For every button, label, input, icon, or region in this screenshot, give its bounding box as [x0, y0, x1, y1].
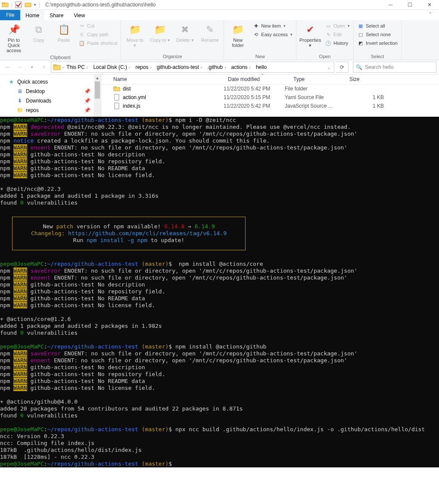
- group-open: ✔Properties ▾ ▭Open▾ ✎Edit 🕑History Open: [296, 20, 354, 60]
- rename-button[interactable]: ✎Rename: [199, 22, 221, 44]
- crumb[interactable]: .github›: [205, 64, 229, 70]
- search-box[interactable]: 🔍 Search hello: [353, 62, 436, 73]
- file-row[interactable]: action.yml11/22/2020 5:15 PMYaml Source …: [101, 93, 439, 102]
- content-area: ★Quick access 🖥Desktop📌 ⬇Downloads📌 📁rep…: [0, 75, 439, 117]
- folder-small-icon[interactable]: [25, 1, 31, 8]
- file-row[interactable]: index.js11/22/2020 5:42 PMJavaScript Sou…: [101, 102, 439, 110]
- file-menu[interactable]: File: [0, 10, 20, 20]
- downloads-icon: ⬇: [16, 97, 23, 104]
- quick-access[interactable]: ★Quick access: [6, 77, 101, 87]
- paste-shortcut-icon: 📋: [78, 40, 85, 47]
- up-button[interactable]: ↑: [39, 62, 49, 72]
- paste-shortcut-button[interactable]: 📋Paste shortcut: [78, 39, 118, 47]
- crumb[interactable]: github-actions-test›: [155, 64, 205, 70]
- quick-access-toolbar: | ▾ |: [0, 1, 42, 8]
- folder-app-icon: [2, 1, 9, 8]
- invert-selection-button[interactable]: ◩Invert selection: [356, 39, 399, 47]
- ribbon: 📌 Pin to Quick access ⧉ Copy 📋 Paste ✂Cu…: [0, 20, 439, 60]
- cut-button[interactable]: ✂Cut: [78, 22, 118, 30]
- sidebar-item-repos[interactable]: 📁repos📌: [6, 106, 101, 115]
- terminal[interactable]: pepe@JoseMaPC:~/repos/github-actions-tes…: [0, 117, 439, 467]
- crumb[interactable]: This PC›: [65, 64, 91, 70]
- address-dropdown[interactable]: ⌄: [324, 65, 333, 70]
- column-headers[interactable]: Name Date modified Type Size ⌃: [101, 75, 439, 84]
- svg-rect-1: [2, 3, 5, 3]
- divider: |: [39, 2, 40, 8]
- recent-dropdown[interactable]: ▾: [27, 62, 37, 72]
- pin-icon: 📌: [84, 88, 90, 94]
- star-icon: ★: [8, 78, 15, 85]
- easy-access-icon: ⟲: [252, 31, 259, 38]
- refresh-button[interactable]: ⟳: [336, 62, 349, 73]
- pin-icon: 📌: [84, 107, 90, 113]
- search-icon: 🔍: [356, 64, 362, 70]
- new-folder-icon: 📁: [231, 23, 245, 37]
- sidebar: ★Quick access 🖥Desktop📌 ⬇Downloads📌 📁rep…: [0, 75, 101, 117]
- divider: |: [11, 2, 12, 8]
- col-name[interactable]: Name: [113, 76, 228, 82]
- checkbox-icon[interactable]: [15, 1, 22, 8]
- new-folder-button[interactable]: 📁New folder: [227, 22, 249, 49]
- rename-icon: ✎: [203, 23, 217, 37]
- file-icon: [113, 103, 120, 109]
- cut-icon: ✂: [78, 22, 85, 29]
- col-size[interactable]: Size: [349, 76, 375, 82]
- sidebar-scrollbar[interactable]: ▲: [94, 75, 101, 117]
- invert-icon: ◩: [357, 40, 364, 47]
- crumb[interactable]: Local Disk (C:)›: [91, 64, 134, 70]
- file-row[interactable]: dist11/22/2020 5:42 PMFile folder: [101, 84, 439, 93]
- col-type[interactable]: Type: [293, 76, 349, 82]
- crumb[interactable]: repos›: [134, 64, 155, 70]
- nav-row: ← → ▾ ↑ › This PC› Local Disk (C:)› repo…: [0, 60, 439, 75]
- open-icon: ▭: [325, 22, 332, 29]
- delete-icon: ✖: [178, 23, 192, 37]
- maximize-button[interactable]: ☐: [400, 0, 420, 9]
- tab-share[interactable]: Share: [44, 10, 68, 20]
- close-button[interactable]: ✕: [420, 0, 439, 9]
- open-button[interactable]: ▭Open▾: [324, 22, 351, 30]
- address-bar[interactable]: › This PC› Local Disk (C:)› repos› githu…: [51, 62, 334, 73]
- copy-to-icon: 📁: [153, 23, 167, 37]
- move-to-button[interactable]: 📁Move to ▾: [124, 22, 146, 49]
- new-item-icon: ✚: [252, 22, 259, 29]
- select-none-button[interactable]: ▢Select none: [356, 31, 399, 38]
- easy-access-button[interactable]: ⟲Easy access▾: [252, 31, 293, 38]
- edit-icon: ✎: [325, 31, 332, 38]
- delete-button[interactable]: ✖Delete ▾: [174, 22, 196, 44]
- svg-rect-7: [114, 87, 116, 88]
- minimize-button[interactable]: ─: [381, 0, 400, 9]
- qat-dropdown[interactable]: ▾: [34, 3, 36, 7]
- crumb[interactable]: hello: [254, 64, 268, 70]
- file-list: Name Date modified Type Size ⌃ dist11/22…: [101, 75, 439, 117]
- svg-rect-5: [53, 65, 56, 66]
- back-button[interactable]: ←: [3, 62, 13, 72]
- copy-path-button[interactable]: ⎘Copy path: [78, 31, 118, 38]
- properties-button[interactable]: ✔Properties ▾: [299, 22, 321, 49]
- new-item-button[interactable]: ✚New item▾: [252, 22, 293, 30]
- select-all-button[interactable]: ▦Select all: [356, 22, 399, 30]
- edit-button[interactable]: ✎Edit: [324, 31, 351, 38]
- history-button[interactable]: 🕑History: [324, 39, 351, 47]
- tab-home[interactable]: Home: [20, 10, 44, 20]
- pin-icon: 📌: [7, 23, 21, 37]
- copy-to-button[interactable]: 📁Copy to ▾: [149, 22, 171, 44]
- group-organize: 📁Move to ▾ 📁Copy to ▾ ✖Delete ▾ ✎Rename …: [121, 20, 224, 60]
- select-all-icon: ▦: [357, 22, 364, 29]
- crumb[interactable]: actions›: [230, 64, 254, 70]
- paste-icon: 📋: [57, 23, 71, 37]
- group-select: ▦Select all ▢Select none ◩Invert selecti…: [354, 20, 402, 60]
- tab-view[interactable]: View: [68, 10, 90, 20]
- pin-quick-access-button[interactable]: 📌 Pin to Quick access: [3, 22, 25, 54]
- forward-button[interactable]: →: [15, 62, 25, 72]
- sidebar-item-downloads[interactable]: ⬇Downloads📌: [6, 96, 101, 106]
- collapse-ribbon[interactable]: ˆ: [422, 10, 439, 20]
- npm-update-box: New patch version of npm available! 6.14…: [12, 217, 246, 250]
- window-title: C:\repos\github-actions-test\.github\act…: [42, 2, 381, 8]
- paste-button[interactable]: 📋 Paste: [53, 22, 75, 44]
- copy-path-icon: ⎘: [78, 31, 85, 38]
- sidebar-item-desktop[interactable]: 🖥Desktop📌: [6, 87, 101, 96]
- svg-rect-3: [25, 3, 31, 7]
- group-new: 📁New folder ✚New item▾ ⟲Easy access▾ New: [224, 20, 296, 60]
- sort-indicator: ⌃: [261, 73, 268, 78]
- copy-button[interactable]: ⧉ Copy: [28, 22, 50, 44]
